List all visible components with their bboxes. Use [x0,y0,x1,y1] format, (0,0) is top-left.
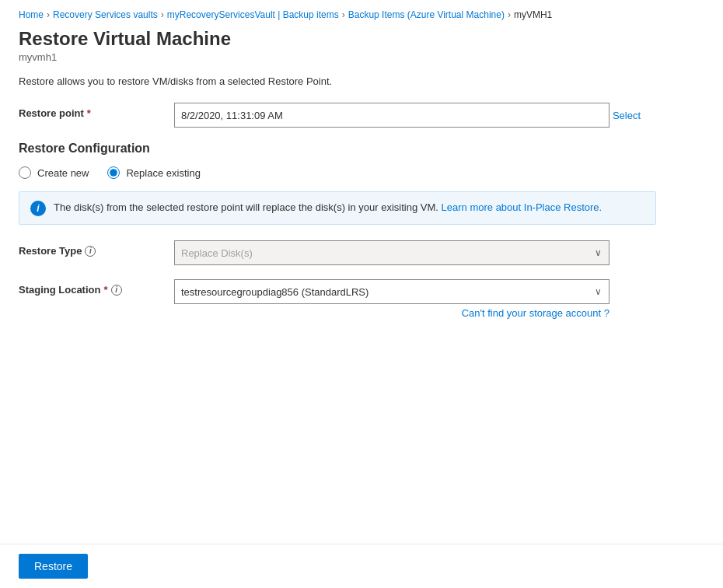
staging-location-required: * [103,284,107,296]
staging-location-input[interactable] [174,279,609,304]
restore-button[interactable]: Restore [19,554,88,579]
page-description: Restore allows you to restore VM/disks f… [19,75,704,87]
staging-location-info-icon[interactable]: i [111,285,122,296]
content-area: Home › Recovery Services vaults › myReco… [0,0,723,544]
breadcrumb-recovery-vaults[interactable]: Recovery Services vaults [53,9,158,20]
form-section: Restore point * Select Restore Configura… [19,103,687,319]
create-new-radio[interactable] [19,166,31,179]
restore-point-required: * [87,107,91,119]
breadcrumb-vault-backup[interactable]: myRecoveryServicesVault | Backup items [167,9,339,20]
breadcrumb-vm-name: myVMH1 [514,9,552,20]
page-subtitle: myvmh1 [19,51,704,63]
replace-existing-label: Replace existing [126,167,200,179]
in-place-restore-link[interactable]: Learn more about In-Place Restore. [442,201,602,213]
restore-point-label: Restore point * [19,103,174,119]
create-new-radio-label[interactable]: Create new [19,166,89,179]
restore-config-radio-group: Create new Replace existing [19,166,687,179]
restore-point-row: Restore point * Select [19,103,687,128]
restore-type-info-icon[interactable]: i [85,246,96,257]
replace-existing-radio-label[interactable]: Replace existing [107,166,200,179]
breadcrumb-sep-1: › [47,9,50,20]
restore-type-dropdown-wrapper: ∨ [174,240,609,265]
footer: Restore [0,544,723,588]
staging-location-dropdown-wrapper: ∨ [174,279,609,304]
page-title: Restore Virtual Machine [19,28,704,50]
restore-type-control: ∨ [174,240,687,265]
cant-find-storage-link[interactable]: Can't find your storage account ? [174,307,609,319]
replace-existing-radio[interactable] [107,166,120,179]
page-wrapper: Home › Recovery Services vaults › myReco… [0,0,723,588]
create-new-label: Create new [37,167,89,179]
staging-location-row: Staging Location * i ∨ Can't find your s… [19,279,687,319]
info-box-text: The disk(s) from the selected restore po… [54,200,602,215]
restore-config-title: Restore Configuration [19,142,687,156]
restore-point-control: Select [174,103,687,128]
breadcrumb-backup-items[interactable]: Backup Items (Azure Virtual Machine) [348,9,505,20]
restore-type-row: Restore Type i ∨ [19,240,687,265]
staging-location-control: ∨ Can't find your storage account ? [174,279,687,319]
info-circle-icon: i [30,201,46,216]
breadcrumb-sep-4: › [508,9,511,20]
breadcrumb-home[interactable]: Home [19,9,44,20]
restore-type-label: Restore Type i [19,240,174,257]
breadcrumb-sep-2: › [161,9,164,20]
staging-location-label: Staging Location * i [19,279,174,296]
breadcrumb-sep-3: › [342,9,345,20]
breadcrumb: Home › Recovery Services vaults › myReco… [19,9,704,20]
info-box: i The disk(s) from the selected restore … [19,191,656,225]
restore-type-input [174,240,609,265]
restore-point-select-link[interactable]: Select [613,110,641,121]
restore-point-input[interactable] [174,103,609,128]
